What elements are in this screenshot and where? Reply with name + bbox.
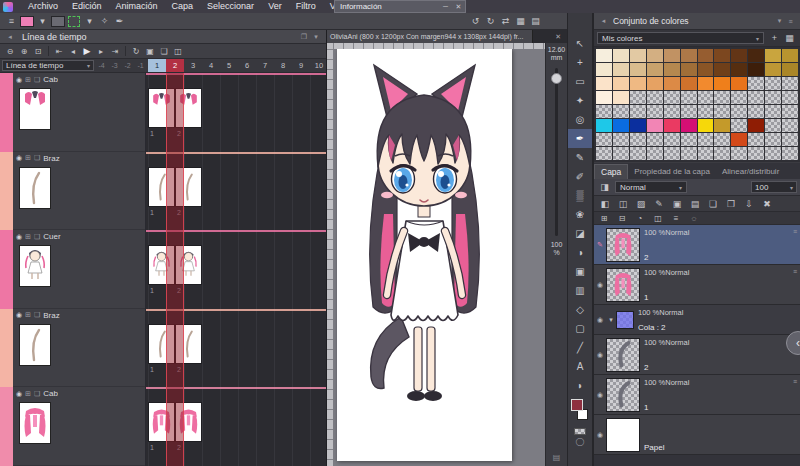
ruler-frame-1[interactable]: 1 (148, 61, 166, 70)
figure-tool[interactable]: ◇ (568, 300, 592, 319)
timeline-playhead[interactable] (166, 73, 184, 466)
color-swatch[interactable] (782, 147, 798, 160)
search-layer-icon[interactable]: ◌ (688, 214, 700, 223)
eyedropper-icon[interactable]: ✧ (97, 16, 112, 26)
color-swatch[interactable] (647, 49, 663, 62)
color-swatch[interactable] (596, 91, 612, 104)
blend-mode-dropdown[interactable]: Normal ▾ (615, 181, 687, 193)
timeline-track-header[interactable]: ◉⊞❏Cab (13, 73, 145, 152)
color-swatch[interactable] (731, 91, 747, 104)
layer-folder-row[interactable]: ◉▾100 %NormalCola : 2 (594, 305, 800, 335)
color-swatch[interactable] (748, 133, 764, 146)
color-swatch[interactable] (613, 91, 629, 104)
selection-caret-icon[interactable]: ▾ (82, 16, 97, 26)
color-swatch[interactable] (596, 63, 612, 76)
layer-thumbnail[interactable] (606, 378, 640, 412)
grid-icon[interactable]: ▦ (513, 16, 528, 26)
color-swatch[interactable] (613, 147, 629, 160)
track-thumbnail[interactable] (19, 402, 51, 444)
color-swatch[interactable] (630, 133, 646, 146)
tab-layer-property[interactable]: Propiedad de la capa (628, 164, 716, 179)
color-swatch[interactable] (698, 119, 714, 132)
color-swatch[interactable] (765, 133, 781, 146)
color-swatch[interactable] (765, 91, 781, 104)
timeline-track-header[interactable]: ◉⊞❏Braz (13, 152, 145, 231)
snap-icon[interactable]: ▤ (528, 16, 543, 26)
visibility-eye-icon[interactable]: ◉ (16, 390, 22, 398)
colorset-menu-icon[interactable]: ≡ (785, 18, 796, 25)
color-swatch[interactable] (647, 147, 663, 160)
blend-tool[interactable]: ◑ (568, 243, 592, 262)
ruler-frame-4[interactable]: 4 (202, 61, 220, 70)
folder-expand-icon[interactable]: ▾ (606, 316, 616, 324)
layer-options-icon[interactable]: ≡ (793, 378, 797, 385)
rotate-left-icon[interactable]: ↺ (468, 16, 483, 26)
fit-timeline-icon[interactable]: ⊡ (31, 47, 45, 56)
color-swatch[interactable] (681, 63, 697, 76)
text-tool[interactable]: A (568, 357, 592, 376)
current-color-chip[interactable] (20, 16, 34, 27)
layer-row[interactable]: ✎100 %Normal2≡ (594, 225, 800, 265)
info-close-icon[interactable]: ✕ (452, 3, 465, 11)
layer-options-icon[interactable]: ≡ (793, 268, 797, 275)
color-swatch[interactable] (681, 147, 697, 160)
ruler-frame-9[interactable]: 9 (292, 61, 310, 70)
fill-tool[interactable]: ▣ (568, 262, 592, 281)
colorset-options-icon[interactable]: ▾ (774, 17, 785, 25)
swatch-options-icon[interactable]: ▦ (782, 33, 797, 43)
visibility-eye-icon[interactable]: ◉ (16, 311, 22, 319)
ruler-frame-5[interactable]: 5 (220, 61, 238, 70)
operation-tool[interactable]: ↖ (568, 34, 592, 53)
layer-row[interactable]: ◉100 %Normal1≡ (594, 375, 800, 415)
color-swatch[interactable] (714, 147, 730, 160)
color-swatch[interactable] (613, 119, 629, 132)
color-swatch[interactable] (664, 105, 680, 118)
color-swatch[interactable] (765, 77, 781, 90)
color-swatch[interactable] (630, 105, 646, 118)
new-layer-folder-icon[interactable]: ❐ (722, 199, 740, 209)
loop-icon[interactable]: ↻ (129, 47, 143, 56)
track-thumbnail[interactable] (19, 167, 51, 209)
color-swatch[interactable] (647, 119, 663, 132)
menu-item-filtro[interactable]: Filtro (289, 0, 323, 13)
color-swatch[interactable] (596, 49, 612, 62)
color-swatch[interactable] (748, 105, 764, 118)
color-swatch[interactable] (664, 77, 680, 90)
color-swatch[interactable] (698, 105, 714, 118)
rotate-right-icon[interactable]: ↻ (483, 16, 498, 26)
color-swatch[interactable] (664, 119, 680, 132)
eyedropper-tool[interactable]: ◎ (568, 110, 592, 129)
info-window-titlebar[interactable]: Información ─ ✕ (334, 0, 466, 13)
color-set-dropdown[interactable]: Mis colores ▾ (597, 32, 764, 44)
color-swatch[interactable] (731, 105, 747, 118)
layer-color-icon[interactable]: ▣ (668, 199, 686, 209)
color-swatch[interactable] (596, 105, 612, 118)
timeline-collapse-icon[interactable]: ◂ (4, 33, 16, 41)
info-minimize-icon[interactable]: ─ (439, 3, 452, 10)
visibility-eye-icon[interactable]: ◉ (16, 154, 22, 162)
color-swatch[interactable] (698, 77, 714, 90)
merge-down-icon[interactable]: ⇩ (740, 199, 758, 209)
color-swatch[interactable] (765, 147, 781, 160)
pen-tool[interactable]: ✒ (568, 129, 592, 148)
color-swatch[interactable] (664, 91, 680, 104)
frame-border-tool[interactable]: ▢ (568, 319, 592, 338)
gradient-tool[interactable]: ▥ (568, 281, 592, 300)
color-swatch[interactable] (681, 105, 697, 118)
document-tab[interactable]: OliviaAni (800 x 1200px Con margen944 x … (327, 30, 533, 43)
layer-row[interactable]: ◉100 %Normal1≡ (594, 265, 800, 305)
color-swatch[interactable] (765, 119, 781, 132)
color-swatch[interactable] (630, 119, 646, 132)
colorset-collapse-icon[interactable]: ◂ (598, 17, 609, 25)
eraser-tool[interactable]: ◪ (568, 224, 592, 243)
new-cel-icon[interactable]: ⊞ (25, 154, 31, 162)
main-color-chip[interactable] (571, 399, 583, 411)
color-swatch[interactable] (714, 63, 730, 76)
clip-to-layer-icon[interactable]: ⊞ (598, 214, 610, 223)
ruler-frame-6[interactable]: 6 (238, 61, 256, 70)
zoom-out-icon[interactable]: ⊖ (3, 47, 17, 56)
color-swatch[interactable] (596, 133, 612, 146)
color-chip-caret-icon[interactable]: ▾ (35, 16, 50, 26)
navigator-icon[interactable]: ▤ (553, 453, 561, 462)
delete-layer-icon[interactable]: ✖ (758, 199, 776, 209)
